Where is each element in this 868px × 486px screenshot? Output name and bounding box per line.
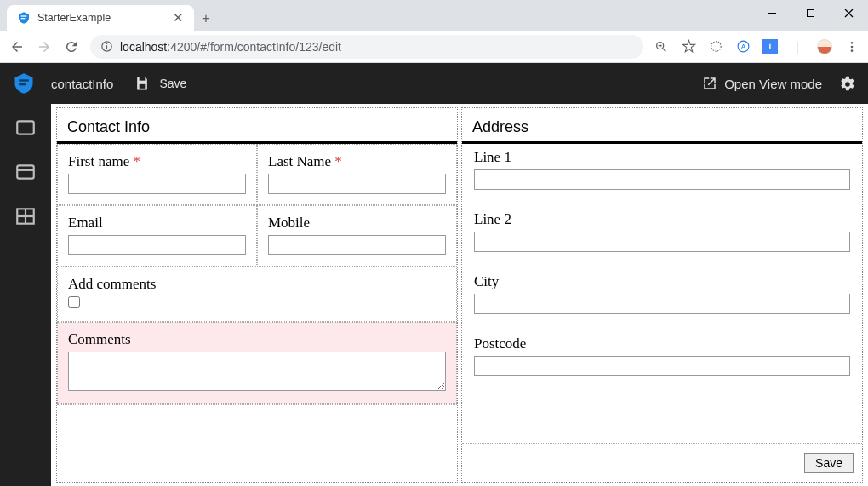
mobile-label: Mobile bbox=[268, 214, 446, 232]
gear-icon[interactable] bbox=[837, 74, 856, 93]
line1-label: Line 1 bbox=[474, 149, 850, 166]
app-header: contactInfo Save Open View mode bbox=[0, 63, 868, 104]
address-bar[interactable]: localhost:4200/#/form/contactInfo/123/ed… bbox=[90, 35, 643, 59]
add-comments-checkbox[interactable] bbox=[68, 296, 80, 308]
line1-input[interactable] bbox=[474, 169, 850, 190]
app-logo-icon bbox=[12, 71, 36, 95]
bookmark-star-icon[interactable] bbox=[681, 39, 696, 54]
extension-square-icon[interactable]: i bbox=[762, 39, 778, 54]
rail-panel-icon[interactable] bbox=[12, 158, 39, 186]
zoom-icon[interactable] bbox=[654, 39, 669, 54]
browser-tab[interactable]: StarterExample ✕ bbox=[7, 5, 194, 31]
svg-rect-8 bbox=[106, 43, 107, 44]
city-input[interactable] bbox=[474, 294, 850, 314]
svg-rect-21 bbox=[140, 77, 146, 81]
email-label: Email bbox=[68, 214, 246, 232]
svg-point-17 bbox=[851, 45, 854, 48]
svg-line-10 bbox=[663, 49, 665, 51]
svg-rect-4 bbox=[21, 15, 27, 16]
contact-info-panel: Contact Info First name * Last Name * Em… bbox=[56, 107, 458, 483]
add-comments-label: Add comments bbox=[68, 276, 446, 293]
comments-textarea[interactable] bbox=[68, 352, 446, 391]
info-icon bbox=[100, 40, 113, 53]
divider: | bbox=[790, 39, 805, 54]
mobile-input[interactable] bbox=[268, 235, 446, 255]
city-label: City bbox=[474, 273, 850, 290]
svg-rect-7 bbox=[106, 45, 107, 49]
last-name-label: Last Name * bbox=[268, 153, 446, 170]
line2-label: Line 2 bbox=[474, 211, 850, 228]
window-minimize[interactable] bbox=[753, 0, 791, 26]
svg-point-16 bbox=[851, 42, 854, 44]
first-name-label: First name * bbox=[68, 153, 246, 170]
kebab-menu-icon[interactable] bbox=[844, 39, 859, 54]
last-name-input[interactable] bbox=[268, 174, 446, 194]
window-close[interactable] bbox=[830, 0, 868, 26]
save-button[interactable]: Save bbox=[804, 453, 854, 473]
svg-rect-5 bbox=[21, 18, 26, 19]
back-button[interactable] bbox=[9, 38, 26, 55]
app-title: contactInfo bbox=[51, 77, 113, 91]
open-view-mode-button[interactable]: Open View mode bbox=[702, 76, 822, 91]
external-link-icon bbox=[702, 76, 717, 91]
tab-close-icon[interactable]: ✕ bbox=[173, 10, 184, 26]
url-text: localhost:4200/#/form/contactInfo/123/ed… bbox=[120, 40, 341, 54]
comments-label: Comments bbox=[68, 331, 446, 348]
rail-grid-icon[interactable] bbox=[12, 203, 39, 230]
profile-avatar[interactable] bbox=[817, 39, 832, 54]
svg-rect-22 bbox=[140, 84, 146, 89]
address-heading: Address bbox=[462, 108, 862, 144]
extension-circle-icon[interactable] bbox=[708, 39, 723, 54]
address-panel: Address Line 1 Line 2 City Postcode bbox=[461, 107, 863, 483]
svg-point-13 bbox=[711, 42, 720, 51]
toolbar-save-button[interactable]: Save bbox=[134, 75, 186, 92]
svg-rect-24 bbox=[17, 165, 34, 178]
left-rail bbox=[0, 104, 51, 486]
window-maximize[interactable] bbox=[791, 0, 830, 26]
toolbar-save-label: Save bbox=[159, 77, 186, 90]
email-input[interactable] bbox=[68, 235, 246, 255]
postcode-label: Postcode bbox=[474, 335, 850, 352]
browser-chrome: StarterExample ✕ + localhost:4200/#/form… bbox=[0, 0, 868, 63]
tab-title: StarterExample bbox=[37, 12, 166, 24]
new-tab-button[interactable]: + bbox=[194, 7, 218, 31]
svg-rect-1 bbox=[808, 9, 814, 16]
svg-rect-19 bbox=[19, 79, 29, 81]
rail-window-icon[interactable] bbox=[12, 114, 39, 141]
svg-text:A: A bbox=[740, 43, 745, 50]
postcode-input[interactable] bbox=[474, 356, 850, 376]
line2-input[interactable] bbox=[474, 232, 850, 252]
reload-button[interactable] bbox=[63, 38, 80, 55]
contact-info-heading: Contact Info bbox=[57, 108, 457, 144]
favicon-icon bbox=[17, 11, 31, 25]
forward-button[interactable] bbox=[36, 38, 53, 55]
svg-rect-20 bbox=[19, 83, 26, 85]
svg-rect-23 bbox=[17, 121, 34, 134]
extension-a-icon[interactable]: A bbox=[735, 39, 751, 54]
open-view-label: Open View mode bbox=[724, 77, 822, 91]
save-icon bbox=[134, 75, 151, 92]
workspace: Contact Info First name * Last Name * Em… bbox=[51, 104, 868, 486]
first-name-input[interactable] bbox=[68, 174, 246, 194]
svg-point-18 bbox=[851, 49, 854, 52]
